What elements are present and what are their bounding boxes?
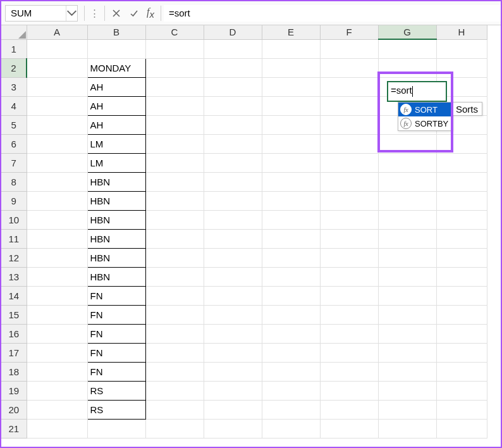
cell-B1[interactable] (87, 39, 145, 58)
column-header-E[interactable]: E (262, 25, 320, 39)
cell-H19[interactable] (436, 381, 487, 400)
cell-E20[interactable] (262, 400, 320, 419)
cell-C5[interactable] (145, 115, 204, 134)
cell-B8[interactable]: HBN (87, 172, 145, 191)
cell-B18[interactable]: FN (87, 362, 145, 381)
cell-E8[interactable] (262, 172, 320, 191)
cell-B9[interactable]: HBN (87, 191, 145, 210)
cell-A20[interactable] (27, 400, 87, 419)
row-header-1[interactable]: 1 (1, 39, 27, 58)
row-header-10[interactable]: 10 (1, 210, 27, 229)
cell-C17[interactable] (145, 343, 204, 362)
cell-A3[interactable] (27, 77, 87, 96)
row-header-21[interactable]: 21 (1, 419, 27, 438)
cell-G16[interactable] (378, 324, 436, 343)
more-dots-icon[interactable]: ⋮ (87, 8, 102, 19)
cell-B6[interactable]: LM (87, 134, 145, 153)
cell-H11[interactable] (436, 229, 487, 248)
cell-E9[interactable] (262, 191, 320, 210)
cell-A16[interactable] (27, 324, 87, 343)
cell-G10[interactable] (378, 210, 436, 229)
cell-A14[interactable] (27, 286, 87, 305)
cell-F11[interactable] (320, 229, 378, 248)
cell-F7[interactable] (320, 153, 378, 172)
cell-B13[interactable]: HBN (87, 267, 145, 286)
cell-G2[interactable] (378, 58, 436, 77)
cell-B4[interactable]: AH (87, 96, 145, 115)
cell-C2[interactable] (145, 58, 204, 77)
cell-F4[interactable] (320, 96, 378, 115)
cell-A17[interactable] (27, 343, 87, 362)
cell-B14[interactable]: FN (87, 286, 145, 305)
cell-B19[interactable]: RS (87, 381, 145, 400)
row-header-11[interactable]: 11 (1, 229, 27, 248)
cell-H1[interactable] (436, 39, 487, 58)
row-header-3[interactable]: 3 (1, 77, 27, 96)
cell-E17[interactable] (262, 343, 320, 362)
cell-F12[interactable] (320, 248, 378, 267)
autocomplete-item-sort[interactable]: fxSORT (398, 103, 452, 116)
cell-C4[interactable] (145, 96, 204, 115)
cell-G14[interactable] (378, 286, 436, 305)
cell-A6[interactable] (27, 134, 87, 153)
cell-F21[interactable] (320, 419, 378, 438)
column-header-G[interactable]: G (378, 25, 436, 39)
cell-G8[interactable] (378, 172, 436, 191)
cell-H9[interactable] (436, 191, 487, 210)
cell-E21[interactable] (262, 419, 320, 438)
cell-A12[interactable] (27, 248, 87, 267)
cell-D1[interactable] (204, 39, 262, 58)
cell-E5[interactable] (262, 115, 320, 134)
cell-F20[interactable] (320, 400, 378, 419)
cell-H17[interactable] (436, 343, 487, 362)
cell-G12[interactable] (378, 248, 436, 267)
cell-H18[interactable] (436, 362, 487, 381)
cell-B20[interactable]: RS (87, 400, 145, 419)
cell-F15[interactable] (320, 305, 378, 324)
cell-A13[interactable] (27, 267, 87, 286)
cell-D8[interactable] (204, 172, 262, 191)
cell-D7[interactable] (204, 153, 262, 172)
cell-C15[interactable] (145, 305, 204, 324)
cell-C20[interactable] (145, 400, 204, 419)
cell-D5[interactable] (204, 115, 262, 134)
cell-D13[interactable] (204, 267, 262, 286)
column-header-C[interactable]: C (145, 25, 204, 39)
cell-C8[interactable] (145, 172, 204, 191)
cell-C13[interactable] (145, 267, 204, 286)
cell-G9[interactable] (378, 191, 436, 210)
cell-C1[interactable] (145, 39, 204, 58)
cell-E6[interactable] (262, 134, 320, 153)
cell-C6[interactable] (145, 134, 204, 153)
cell-C9[interactable] (145, 191, 204, 210)
cell-G21[interactable] (378, 419, 436, 438)
cell-H2[interactable] (436, 58, 487, 77)
row-header-17[interactable]: 17 (1, 343, 27, 362)
cell-E13[interactable] (262, 267, 320, 286)
cell-F9[interactable] (320, 191, 378, 210)
cell-D20[interactable] (204, 400, 262, 419)
autocomplete-item-sortby[interactable]: fxSORTBY (398, 116, 452, 130)
select-all-corner[interactable] (1, 25, 27, 39)
cell-B10[interactable]: HBN (87, 210, 145, 229)
row-header-2[interactable]: 2 (1, 58, 27, 77)
cell-H7[interactable] (436, 153, 487, 172)
cell-B15[interactable]: FN (87, 305, 145, 324)
cell-A18[interactable] (27, 362, 87, 381)
enter-button[interactable] (125, 5, 143, 22)
cell-G1[interactable] (378, 39, 436, 58)
cell-A15[interactable] (27, 305, 87, 324)
name-box[interactable]: SUM (5, 5, 78, 22)
cell-D14[interactable] (204, 286, 262, 305)
cell-H8[interactable] (436, 172, 487, 191)
insert-function-button[interactable]: fx (143, 6, 158, 20)
cell-E16[interactable] (262, 324, 320, 343)
cell-H14[interactable] (436, 286, 487, 305)
column-header-A[interactable]: A (27, 25, 87, 39)
cell-C11[interactable] (145, 229, 204, 248)
cell-E12[interactable] (262, 248, 320, 267)
cell-A5[interactable] (27, 115, 87, 134)
cell-F17[interactable] (320, 343, 378, 362)
cell-H16[interactable] (436, 324, 487, 343)
row-header-14[interactable]: 14 (1, 286, 27, 305)
